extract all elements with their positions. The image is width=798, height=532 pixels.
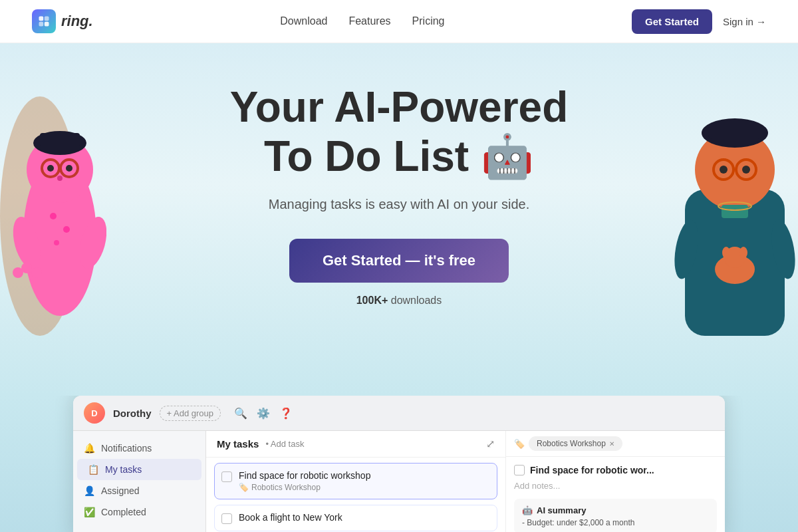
ai-summary-text: - Budget: under $2,000 a month <box>522 518 709 527</box>
svg-point-17 <box>50 213 57 219</box>
person-icon: 👤 <box>84 485 94 496</box>
app-username: Dorothy <box>113 408 152 419</box>
task-list: Find space for robotic workshop 🏷️ Robot… <box>206 458 505 532</box>
panel-tab-robotics[interactable]: Robotics Workshop ✕ <box>529 436 622 451</box>
svg-rect-13 <box>40 133 80 146</box>
svg-rect-3 <box>45 22 49 27</box>
ai-summary-title: 🤖 AI summary <box>522 505 709 515</box>
svg-point-21 <box>31 267 42 278</box>
sidebar-item-notifications[interactable]: 🔔 Notifications <box>73 438 205 459</box>
svg-rect-0 <box>39 17 44 21</box>
nav-actions: Get Started Sign in → <box>632 9 766 34</box>
add-group-button[interactable]: + Add group <box>160 406 221 421</box>
svg-point-11 <box>66 165 72 172</box>
task-meta: 🏷️ Robotics Workshop <box>239 483 490 492</box>
ai-icon: 🤖 <box>522 505 533 515</box>
mascot-left <box>0 83 106 323</box>
ai-summary-section: 🤖 AI summary - Budget: under $2,000 a mo… <box>514 499 717 532</box>
sidebar-item-mytasks[interactable]: 📋 My tasks <box>77 459 201 480</box>
panel-content: Find space for robotic wor... Add notes.… <box>506 457 725 532</box>
nav-get-started-button[interactable]: Get Started <box>632 9 712 34</box>
svg-point-35 <box>722 247 730 259</box>
sidebar-item-assigned[interactable]: 👤 Assigned <box>73 480 205 501</box>
svg-point-16 <box>57 176 63 181</box>
tab-close-icon[interactable]: ✕ <box>609 440 614 448</box>
nav-link-features[interactable]: Features <box>348 15 390 27</box>
app-body: 🔔 Notifications 📋 My tasks 👤 Assigned ✅ … <box>73 431 725 532</box>
nav-link-download[interactable]: Download <box>280 15 327 27</box>
task-item[interactable]: Find space for robotic workshop 🏷️ Robot… <box>214 463 497 499</box>
panel-tab-bar: 🏷️ Robotics Workshop ✕ <box>506 431 725 457</box>
add-task-button[interactable]: • Add task <box>265 439 304 449</box>
bell-icon: 🔔 <box>84 443 94 454</box>
list-icon: 📋 <box>88 464 98 475</box>
right-panel: 🏷️ Robotics Workshop ✕ Find space for ro… <box>505 431 725 532</box>
tag-icon: 🏷️ <box>514 439 525 449</box>
task-checkbox[interactable] <box>221 513 232 524</box>
hero-title: Your AI-Powered To Do List 🤖 <box>230 83 569 181</box>
sidebar-item-completed[interactable]: ✅ Completed <box>73 501 205 523</box>
svg-point-31 <box>742 166 750 174</box>
hero-get-started-button[interactable]: Get Started — it's free <box>289 239 509 283</box>
svg-rect-26 <box>708 124 761 139</box>
hero-content: Your AI-Powered To Do List 🤖 Managing ta… <box>230 83 569 307</box>
task-content: Book a flight to New York <box>239 512 490 523</box>
panel-task-name: Find space for robotic wor... <box>514 465 717 475</box>
help-icon[interactable]: ❓ <box>279 407 293 420</box>
navbar: ring. Download Features Pricing Get Star… <box>0 0 798 43</box>
check-circle-icon: ✅ <box>84 507 94 517</box>
search-icon[interactable]: 🔍 <box>234 407 247 420</box>
svg-point-18 <box>63 226 70 233</box>
task-checkbox[interactable] <box>221 471 232 482</box>
task-content: Find space for robotic workshop 🏷️ Robot… <box>239 470 490 492</box>
main-header: My tasks • Add task ⤢ <box>206 431 505 458</box>
logo[interactable]: ring. <box>32 9 93 33</box>
nav-link-pricing[interactable]: Pricing <box>412 15 445 27</box>
task-name: Find space for robotic workshop <box>239 470 490 481</box>
svg-point-30 <box>720 166 728 174</box>
main-header-title: My tasks <box>217 438 259 450</box>
hero-downloads: 100K+ downloads <box>356 295 442 307</box>
app-preview-section: D Dorothy + Add group 🔍 ⚙️ ❓ 🔔 Notificat… <box>0 396 798 532</box>
task-name: Book a flight to New York <box>239 512 490 523</box>
hero-subtitle: Managing tasks is easy with AI on your s… <box>269 197 529 212</box>
expand-icon[interactable]: ⤢ <box>486 438 495 450</box>
svg-point-19 <box>54 240 59 245</box>
logo-icon <box>32 9 56 33</box>
nav-sign-in-button[interactable]: Sign in → <box>723 16 766 27</box>
svg-rect-32 <box>722 205 748 218</box>
hero-section: Your AI-Powered To Do List 🤖 Managing ta… <box>0 43 798 396</box>
settings-icon[interactable]: ⚙️ <box>257 407 270 420</box>
main-task-area: My tasks • Add task ⤢ Find space for rob… <box>206 431 505 532</box>
svg-rect-1 <box>45 17 49 21</box>
nav-links: Download Features Pricing <box>280 15 444 27</box>
panel-task-checkbox[interactable] <box>514 465 525 475</box>
app-window: D Dorothy + Add group 🔍 ⚙️ ❓ 🔔 Notificat… <box>73 396 725 532</box>
svg-point-36 <box>739 247 747 259</box>
user-avatar: D <box>84 402 105 424</box>
add-notes-field[interactable]: Add notes... <box>514 481 717 491</box>
logo-text: ring. <box>61 13 93 30</box>
svg-point-10 <box>47 165 54 172</box>
app-titlebar: D Dorothy + Add group 🔍 ⚙️ ❓ <box>73 396 725 431</box>
svg-rect-2 <box>39 22 44 27</box>
app-sidebar: 🔔 Notifications 📋 My tasks 👤 Assigned ✅ … <box>73 431 206 532</box>
mascot-right <box>672 83 798 336</box>
app-toolbar-icons: 🔍 ⚙️ ❓ <box>234 407 293 420</box>
task-tag-icon: 🏷️ <box>239 483 249 492</box>
svg-point-22 <box>13 267 23 278</box>
task-item[interactable]: Book a flight to New York <box>214 505 497 531</box>
